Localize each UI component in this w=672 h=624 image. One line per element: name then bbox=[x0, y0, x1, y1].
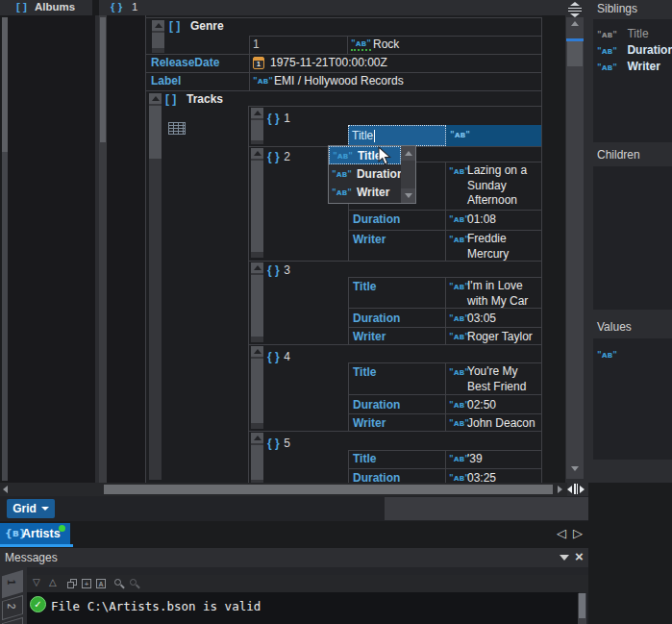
dropdown-item-writer[interactable]: "ᴀʙ" Writer bbox=[329, 183, 401, 202]
track4-duration-key[interactable]: Duration bbox=[353, 398, 400, 412]
copy-with-header-icon[interactable]: + bbox=[82, 579, 91, 588]
table-view-icon[interactable] bbox=[168, 122, 186, 135]
scroll-right-icon[interactable] bbox=[558, 486, 562, 493]
albums-scrollbar-thumb[interactable] bbox=[2, 17, 8, 152]
tab-albums[interactable]: [ ] Albums bbox=[0, 0, 92, 15]
splitter-horizontal-icon[interactable] bbox=[567, 483, 586, 495]
horizontal-scrollbar-thumb[interactable] bbox=[104, 485, 553, 494]
genre-group-label[interactable]: Genre bbox=[190, 19, 224, 33]
track4-scrollbar[interactable] bbox=[251, 346, 263, 429]
scrollbar-thumb[interactable] bbox=[152, 33, 164, 48]
value-item[interactable]: "ᴀʙ" bbox=[597, 344, 617, 362]
scrollbar-thumb[interactable] bbox=[149, 106, 162, 159]
track2-duration-value[interactable]: 01:08 bbox=[467, 212, 496, 226]
close-icon[interactable]: × bbox=[575, 548, 584, 564]
search-icon[interactable] bbox=[113, 578, 126, 590]
releasedate-value[interactable]: 1975-11-21T00:00:00Z bbox=[270, 56, 387, 69]
tab-artists[interactable]: {ʙ} Artists bbox=[0, 523, 70, 544]
search-next-icon[interactable] bbox=[129, 578, 141, 590]
track4-writer-value[interactable]: John Deacon bbox=[467, 416, 535, 430]
grid-line bbox=[348, 277, 541, 278]
select-all-icon[interactable]: A bbox=[96, 579, 106, 588]
track4-writer-key[interactable]: Writer bbox=[353, 416, 386, 430]
sibling-item-writer[interactable]: "ᴀʙ" Writer bbox=[597, 57, 660, 74]
track3-title-value[interactable]: I'm in Love with My Car bbox=[467, 279, 542, 309]
splitter-vertical-icon[interactable] bbox=[567, 2, 583, 15]
track2-title-value[interactable]: Lazing on a Sunday Afternoon bbox=[467, 163, 542, 209]
dropdown-scrollbar[interactable] bbox=[401, 146, 415, 203]
label-key[interactable]: Label bbox=[151, 74, 181, 87]
field-name-editbox[interactable]: Title bbox=[348, 125, 446, 146]
track3-scrollbar[interactable] bbox=[251, 262, 263, 342]
track3-writer-key[interactable]: Writer bbox=[353, 330, 386, 343]
array-icon: [ ] bbox=[169, 19, 180, 33]
sibling-item-duration[interactable]: "ᴀʙ" Duration bbox=[597, 40, 672, 58]
track1-header[interactable]: { } 1 bbox=[267, 109, 290, 126]
main-scrollbar-thumb[interactable] bbox=[567, 41, 583, 66]
track3-writer-value[interactable]: Roger Taylor bbox=[467, 330, 533, 343]
grid-line bbox=[348, 210, 541, 211]
track3-duration-value[interactable]: 03:05 bbox=[467, 312, 496, 325]
track3-duration-key[interactable]: Duration bbox=[353, 312, 400, 325]
track2-header[interactable]: { } 2 bbox=[267, 147, 290, 164]
messages-scrollbar-thumb[interactable] bbox=[579, 593, 585, 618]
message-entry[interactable]: File C:\Artists.bson is valid bbox=[51, 599, 261, 613]
grid-view-button[interactable]: Grid bbox=[7, 499, 55, 518]
scrollbar-thumb[interactable] bbox=[251, 161, 263, 252]
tracks-scrollbar[interactable] bbox=[149, 93, 162, 480]
track5-header[interactable]: { } 5 bbox=[267, 434, 290, 451]
tracks-group-label[interactable]: Tracks bbox=[187, 92, 223, 106]
grid-line bbox=[348, 362, 541, 363]
track5-title-key[interactable]: Title bbox=[353, 452, 376, 465]
scroll-up-icon bbox=[254, 265, 261, 270]
track2-scrollbar[interactable] bbox=[251, 148, 263, 258]
track4-header[interactable]: { } 4 bbox=[267, 347, 290, 364]
track3-header[interactable]: { } 3 bbox=[267, 261, 290, 278]
panel-dropdown-icon[interactable] bbox=[560, 555, 569, 561]
label-value[interactable]: EMI / Hollywood Records bbox=[274, 74, 404, 87]
horizontal-scrollbar[interactable] bbox=[0, 483, 567, 496]
track4-duration-value[interactable]: 02:50 bbox=[467, 398, 496, 412]
main-vertical-scrollbar[interactable] bbox=[566, 17, 584, 479]
scroll-down-icon[interactable] bbox=[571, 466, 579, 471]
track2-writer-value[interactable]: Freddie Mercury bbox=[467, 232, 542, 262]
albums-column bbox=[8, 15, 95, 483]
collapse-icon[interactable]: ▽ bbox=[33, 577, 40, 587]
scroll-up-icon[interactable] bbox=[571, 21, 579, 26]
copy-icon[interactable] bbox=[67, 579, 78, 589]
track4-title-key[interactable]: Title bbox=[353, 365, 376, 379]
text-caret bbox=[374, 130, 375, 142]
scrollbar-thumb[interactable] bbox=[251, 445, 263, 480]
scroll-left-icon[interactable] bbox=[3, 486, 8, 493]
doc-scrollbar-thumb[interactable] bbox=[100, 17, 106, 142]
track5-scrollbar[interactable] bbox=[251, 433, 263, 483]
sibling-item-title[interactable]: "ᴀʙ" Title bbox=[597, 24, 649, 41]
modified-indicator-dot bbox=[59, 525, 65, 532]
track4-title-value[interactable]: You're My Best Friend bbox=[467, 364, 542, 394]
tab-nav-left-icon[interactable]: ◁ bbox=[557, 526, 566, 540]
expand-icon[interactable]: △ bbox=[49, 577, 57, 587]
calendar-icon: 1 bbox=[253, 57, 264, 69]
genre-scrollbar[interactable] bbox=[152, 20, 164, 53]
mouse-cursor bbox=[378, 146, 392, 166]
grid-border bbox=[145, 15, 146, 483]
genre-value[interactable]: Rock bbox=[373, 37, 399, 51]
tab-nav-right-icon[interactable]: ▷ bbox=[573, 526, 583, 540]
track1-scrollbar[interactable] bbox=[251, 108, 263, 144]
scrollbar-thumb[interactable] bbox=[251, 275, 263, 337]
tab-document-1[interactable]: { } 1 bbox=[99, 0, 186, 15]
messages-scrollbar[interactable] bbox=[578, 593, 586, 624]
releasedate-key[interactable]: ReleaseDate bbox=[151, 56, 219, 69]
track2-duration-key[interactable]: Duration bbox=[353, 212, 400, 226]
track2-writer-key[interactable]: Writer bbox=[353, 233, 386, 246]
track5-title-value[interactable]: '39 bbox=[467, 452, 483, 465]
genre-index[interactable]: 1 bbox=[253, 37, 260, 51]
scroll-up-icon bbox=[155, 23, 162, 28]
messages-toolbar bbox=[27, 575, 588, 592]
selected-row-value-cell[interactable]: "ᴀʙ" bbox=[446, 125, 541, 146]
dropdown-item-duration[interactable]: "ᴀʙ" Duration bbox=[329, 164, 401, 183]
track3-title-key[interactable]: Title bbox=[353, 280, 376, 293]
scrollbar-thumb[interactable] bbox=[251, 359, 263, 423]
scrollbar-thumb[interactable] bbox=[251, 120, 263, 140]
messages-header[interactable]: Messages × bbox=[0, 548, 588, 567]
